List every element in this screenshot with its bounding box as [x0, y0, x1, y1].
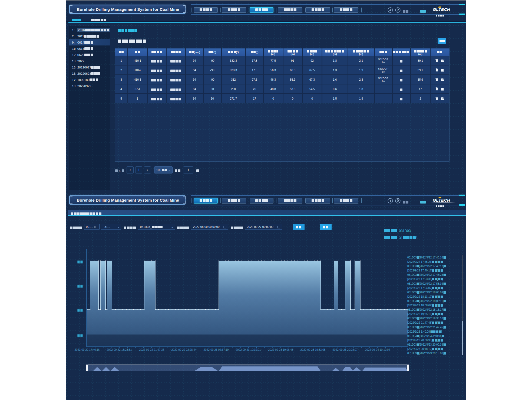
- svg-text:2022-09-23 02:37:19: 2022-09-23 02:37:19: [204, 348, 229, 351]
- svg-text:2022-09-23 19:06:48: 2022-09-23 19:06:48: [268, 348, 293, 351]
- svg-text:2022-09-23 20:28:07: 2022-09-23 20:28:07: [333, 348, 358, 351]
- svg-text:2022-09-22 22:28:44: 2022-09-22 22:28:44: [171, 348, 197, 351]
- svg-text:2022-09-22 21:47:36: 2022-09-22 21:47:36: [139, 348, 164, 351]
- svg-text:2022-09-23 10:39:01: 2022-09-23 10:39:01: [236, 348, 261, 351]
- svg-text:2022-09-22 17:40:16: 2022-09-22 17:40:16: [75, 348, 100, 351]
- svg-text:2022-09-22 18:23:31: 2022-09-22 18:23:31: [107, 348, 132, 351]
- svg-text:2022-09-24 10:10:04: 2022-09-24 10:10:04: [365, 348, 390, 351]
- svg-text:2022-09-23 19:53:08: 2022-09-23 19:53:08: [300, 348, 326, 351]
